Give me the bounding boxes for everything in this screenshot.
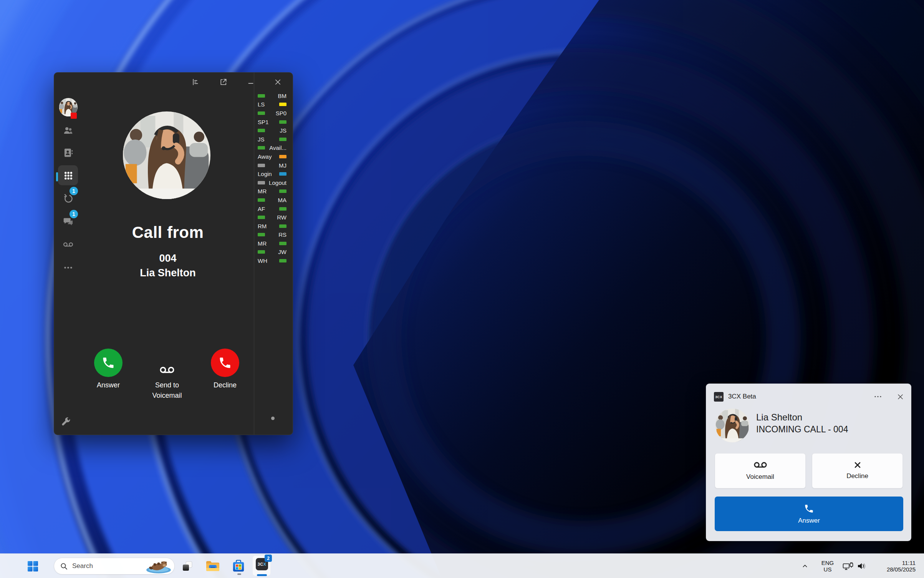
notification-toast: 3CX 3CX Beta Lia Shelton INCOMING CALL -… bbox=[706, 384, 911, 541]
blf-entry[interactable]: MR bbox=[254, 239, 293, 248]
blf-status-swatch-green bbox=[258, 146, 265, 149]
blf-entry[interactable]: JS bbox=[254, 135, 293, 144]
file-explorer-button[interactable] bbox=[205, 558, 220, 574]
blf-label: RM bbox=[258, 223, 267, 229]
tray-network-icon[interactable] bbox=[840, 558, 856, 574]
blf-status-swatch-green bbox=[279, 224, 286, 228]
blf-status-swatch-gray bbox=[258, 181, 265, 184]
blf-label: WH bbox=[258, 257, 267, 264]
tray-clock[interactable]: 11:11 28/05/2025 bbox=[869, 557, 916, 573]
store-running-indicator bbox=[237, 573, 241, 575]
tray-language-switcher[interactable]: ENG US bbox=[816, 557, 840, 573]
blf-entry[interactable]: JW bbox=[254, 248, 293, 257]
3cx-notification-badge: 2 bbox=[265, 555, 272, 562]
tray-volume-icon[interactable] bbox=[854, 558, 869, 574]
blf-entry[interactable]: RS bbox=[254, 231, 293, 239]
blf-label: LS bbox=[258, 101, 265, 108]
blf-status-swatch-green bbox=[279, 242, 286, 245]
blf-label: Login bbox=[258, 171, 272, 177]
blf-label: JW bbox=[278, 249, 286, 255]
blf-entry[interactable]: RM bbox=[254, 222, 293, 231]
blf-entry[interactable]: LS bbox=[254, 100, 293, 109]
blf-entry[interactable]: AF bbox=[254, 204, 293, 213]
more-icon[interactable] bbox=[61, 261, 75, 274]
team-icon[interactable] bbox=[61, 123, 75, 137]
search-icon bbox=[60, 563, 68, 570]
contacts-icon[interactable] bbox=[61, 146, 75, 159]
notification-caller-name: Lia Shelton bbox=[756, 412, 802, 423]
decline-action[interactable]: Decline bbox=[201, 349, 249, 390]
blf-status-swatch-orange bbox=[279, 155, 286, 158]
blf-list: BMLSSP0SP1JSJSAvail...AwayMJLoginLogoutM… bbox=[254, 91, 293, 265]
send-to-voicemail-action[interactable]: Send to Voicemail bbox=[143, 349, 191, 401]
voicemail-label-line1: Send to bbox=[152, 380, 182, 390]
blf-entry[interactable]: Away bbox=[254, 152, 293, 161]
blf-label: MR bbox=[258, 240, 267, 247]
notification-more-icon[interactable] bbox=[871, 391, 884, 402]
answer-action[interactable]: Answer bbox=[84, 349, 132, 390]
voicemail-icon bbox=[753, 461, 767, 469]
notification-answer-button[interactable]: Answer bbox=[715, 497, 903, 531]
chat-badge: 1 bbox=[70, 210, 78, 218]
blf-label: Logout bbox=[269, 179, 286, 186]
blf-entry[interactable]: BM bbox=[254, 91, 293, 100]
blf-entry[interactable]: MA bbox=[254, 196, 293, 204]
search-highlight-image[interactable] bbox=[144, 559, 173, 574]
blf-status-swatch-green bbox=[258, 94, 265, 98]
task-view-button[interactable] bbox=[180, 558, 195, 574]
answer-button-label: Answer bbox=[798, 517, 820, 525]
search-input[interactable] bbox=[72, 562, 134, 570]
call-heading: Call from bbox=[81, 223, 255, 242]
notification-decline-button[interactable]: Decline bbox=[812, 453, 903, 488]
microsoft-store-button[interactable] bbox=[231, 558, 246, 574]
blf-label: RW bbox=[277, 214, 286, 221]
call-statistics-icon[interactable] bbox=[189, 76, 202, 88]
blf-label: AF bbox=[258, 206, 265, 212]
blf-entry[interactable]: RW bbox=[254, 213, 293, 222]
blf-entry[interactable]: MR bbox=[254, 187, 293, 196]
blf-label: MA bbox=[278, 197, 287, 203]
dialpad-icon[interactable] bbox=[61, 168, 75, 182]
decline-button-label: Decline bbox=[846, 472, 868, 480]
blf-status-swatch-green bbox=[258, 233, 265, 236]
answer-phone-icon bbox=[804, 503, 814, 514]
voicemail-button-label: Voicemail bbox=[746, 473, 774, 481]
blf-speed-dial-panel: BMLSSP0SP1JSJSAvail...AwayMJLoginLogoutM… bbox=[254, 73, 293, 435]
blf-status-swatch-green bbox=[279, 120, 286, 124]
blf-status-swatch-green bbox=[258, 111, 265, 115]
decline-call-icon[interactable] bbox=[211, 349, 239, 377]
blf-entry[interactable]: SP1 bbox=[254, 118, 293, 126]
decline-x-icon bbox=[854, 462, 861, 468]
tray-date: 28/05/2025 bbox=[869, 566, 916, 573]
blf-entry[interactable]: JS bbox=[254, 126, 293, 135]
3cx-taskbar-button[interactable]: 3CX 2 bbox=[252, 555, 271, 576]
tray-hidden-icons-chevron[interactable] bbox=[797, 558, 813, 574]
presence-status-badge bbox=[71, 113, 77, 119]
language-line2: US bbox=[816, 566, 840, 573]
notification-voicemail-button[interactable]: Voicemail bbox=[715, 453, 806, 488]
blf-entry[interactable]: MJ bbox=[254, 161, 293, 170]
answer-call-icon[interactable] bbox=[94, 349, 123, 377]
settings-wrench-icon[interactable] bbox=[60, 416, 72, 428]
tray-time: 11:11 bbox=[869, 560, 916, 566]
voicemail-big-icon[interactable] bbox=[159, 349, 175, 377]
blf-entry[interactable]: Avail... bbox=[254, 144, 293, 153]
blf-entry[interactable]: WH bbox=[254, 256, 293, 265]
blf-status-swatch-green bbox=[279, 259, 286, 262]
notification-close-icon[interactable] bbox=[894, 390, 907, 403]
start-button[interactable] bbox=[25, 558, 40, 574]
voicemail-icon[interactable] bbox=[61, 238, 75, 251]
blf-entry[interactable]: Login bbox=[254, 169, 293, 178]
active-item-indicator bbox=[56, 172, 58, 181]
blf-label: JS bbox=[280, 127, 286, 134]
notification-call-subtitle: INCOMING CALL - 004 bbox=[756, 424, 848, 435]
blf-entry[interactable]: Logout bbox=[254, 178, 293, 187]
call-history-badge: 1 bbox=[70, 187, 78, 195]
blf-page-indicator-dot bbox=[271, 417, 275, 420]
blf-entry[interactable]: SP0 bbox=[254, 109, 293, 118]
blf-status-swatch-gray bbox=[258, 164, 265, 167]
open-in-new-window-icon[interactable] bbox=[217, 76, 229, 88]
blf-label: SP0 bbox=[276, 110, 286, 116]
taskbar-search[interactable] bbox=[54, 558, 175, 575]
3cx-app-window: 1 1 Call from 004 Lia Shelton Answer Sen bbox=[54, 72, 293, 435]
